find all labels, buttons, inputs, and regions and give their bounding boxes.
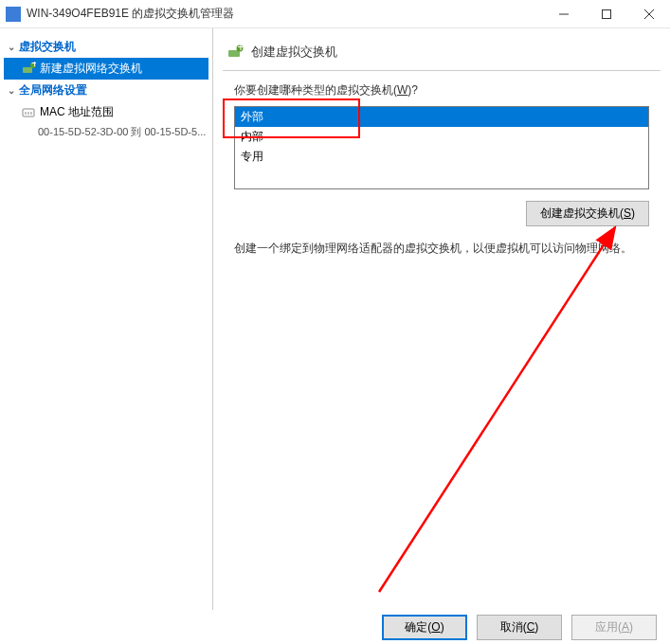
main-header-title: 创建虚拟交换机 — [251, 44, 337, 61]
ok-button[interactable]: 确定(O) — [382, 615, 467, 640]
caret-icon: ⌄ — [4, 42, 19, 52]
vswitch-icon: + — [226, 44, 244, 61]
sidebar-item-mac-range[interactable]: MAC 地址范围 — [4, 101, 208, 123]
option-internal[interactable]: 内部 — [235, 127, 648, 147]
question-text: 你要创建哪种类型的虚拟交换机(W)? — [234, 82, 649, 98]
cancel-button[interactable]: 取消(C) — [477, 615, 562, 640]
create-vswitch-button[interactable]: 创建虚拟交换机(S) — [526, 201, 649, 226]
maximize-button[interactable] — [585, 0, 627, 28]
network-add-icon: + — [21, 62, 36, 77]
tree-section-vswitch[interactable]: ⌄ 虚拟交换机 — [4, 36, 208, 58]
description-text: 创建一个绑定到物理网络适配器的虚拟交换机，以便虚拟机可以访问物理网络。 — [234, 240, 649, 258]
section-label: 全局网络设置 — [19, 82, 87, 98]
main-panel: + 创建虚拟交换机 你要创建哪种类型的虚拟交换机(W)? 外部 内部 专用 创建… — [213, 28, 670, 610]
app-icon — [6, 7, 21, 22]
main-header: + 创建虚拟交换机 — [223, 38, 661, 71]
tree-section-global[interactable]: ⌄ 全局网络设置 — [4, 80, 208, 101]
svg-text:+: + — [238, 44, 244, 54]
caret-icon: ⌄ — [4, 85, 19, 96]
section-label: 虚拟交换机 — [19, 39, 76, 55]
svg-rect-1 — [602, 9, 610, 18]
window-title: WIN-349O4FEB91E 的虚拟交换机管理器 — [27, 6, 542, 22]
content-area: ⌄ 虚拟交换机 + 新建虚拟网络交换机 ⌄ 全局网络设置 MAC 地址范围 00… — [0, 28, 670, 610]
svg-text:+: + — [31, 62, 36, 70]
apply-button[interactable]: 应用(A) — [571, 615, 657, 640]
close-button[interactable] — [627, 0, 670, 28]
option-external[interactable]: 外部 — [235, 107, 648, 127]
sidebar: ⌄ 虚拟交换机 + 新建虚拟网络交换机 ⌄ 全局网络设置 MAC 地址范围 00… — [0, 28, 213, 610]
sidebar-item-new-vswitch[interactable]: + 新建虚拟网络交换机 — [4, 58, 208, 80]
svg-line-15 — [379, 227, 615, 592]
titlebar: WIN-349O4FEB91E 的虚拟交换机管理器 — [0, 0, 670, 28]
mac-range-value: 00-15-5D-52-3D-00 到 00-15-5D-5... — [4, 123, 208, 141]
mac-range-label: MAC 地址范围 — [40, 104, 114, 120]
switch-type-listbox[interactable]: 外部 内部 专用 — [234, 106, 649, 189]
sidebar-item-label: 新建虚拟网络交换机 — [40, 61, 142, 77]
option-private[interactable]: 专用 — [235, 147, 648, 167]
minimize-button[interactable] — [542, 0, 585, 28]
dialog-footer: 确定(O) 取消(C) 应用(A) — [0, 610, 670, 644]
nic-icon — [21, 105, 36, 120]
